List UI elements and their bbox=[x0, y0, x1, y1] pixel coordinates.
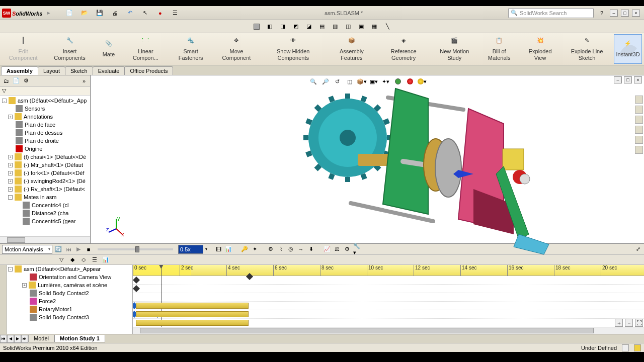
fm-tab-property-icon[interactable]: 📄 bbox=[12, 77, 20, 85]
ribbon-insert-components[interactable]: 🔧Insert Components bbox=[45, 34, 94, 64]
tree-item[interactable]: +(f) chasi<1> (Défaut<<Dé bbox=[1, 153, 89, 161]
study-type-dropdown[interactable]: Motion Analysis bbox=[2, 245, 52, 254]
tree-item[interactable]: -asm (Défaut<<Défaut>_App bbox=[1, 97, 89, 105]
tree-item[interactable]: Concentric4 (cl bbox=[1, 201, 89, 209]
tree-item[interactable]: +(-) swingingRod2<1> (Dé bbox=[1, 177, 89, 185]
ribbon-exploded-view[interactable]: 💥Exploded View bbox=[520, 34, 560, 64]
status-edit-icon[interactable] bbox=[622, 344, 629, 351]
tab-sketch[interactable]: Sketch bbox=[65, 66, 93, 75]
options-icon[interactable]: ☰ bbox=[171, 9, 179, 17]
tree-toggle[interactable]: + bbox=[8, 155, 13, 159]
view-line-icon[interactable]: ╲ bbox=[382, 22, 392, 32]
tree-item[interactable]: +(-) Rv_shaft<1> (Défaut< bbox=[1, 185, 89, 193]
maximize-button[interactable]: □ bbox=[621, 10, 629, 17]
play-from-start-icon[interactable]: ⏮ bbox=[64, 245, 72, 253]
rebuild-icon[interactable]: ● bbox=[156, 9, 164, 17]
ribbon-mate[interactable]: 📎Mate bbox=[95, 34, 122, 64]
spring-icon[interactable]: ⌇ bbox=[277, 245, 285, 253]
tree-toggle[interactable]: + bbox=[8, 163, 13, 167]
print-icon[interactable]: 🖨 bbox=[111, 9, 119, 17]
ribbon-linear-pattern[interactable]: ⋮⋮Linear Compon... bbox=[123, 34, 168, 64]
ribbon-edit-component[interactable]: Edit Component bbox=[2, 34, 44, 64]
zoom-in-timeline-icon[interactable]: ＋ bbox=[615, 319, 623, 327]
zoom-fit-timeline-icon[interactable]: ⛶ bbox=[635, 319, 643, 327]
tree-item[interactable]: Distance2 (cha bbox=[1, 209, 89, 217]
tree-item[interactable]: Plan de face bbox=[1, 121, 89, 129]
tree-toggle[interactable]: - bbox=[8, 195, 13, 200]
view-iso3-icon[interactable]: ◩ bbox=[291, 22, 301, 32]
playback-speed-input[interactable]: 0.5x bbox=[178, 245, 203, 254]
ribbon-move-component[interactable]: ✥Move Component bbox=[213, 34, 259, 64]
contact-icon[interactable]: ◎ bbox=[287, 245, 295, 253]
ribbon-reference-geometry[interactable]: ◈Reference Geometry bbox=[377, 34, 430, 64]
zoom-out-timeline-icon[interactable]: － bbox=[625, 319, 633, 327]
tree-item[interactable]: Origine bbox=[1, 145, 89, 153]
filter-driven-icon[interactable]: ◇ bbox=[79, 256, 88, 264]
stop-icon[interactable]: ■ bbox=[85, 245, 93, 253]
motion-timeline[interactable]: 0 sec2 sec4 sec6 sec8 sec10 sec12 sec14 … bbox=[133, 265, 644, 334]
fm-hscroll[interactable] bbox=[0, 236, 90, 243]
tree-toggle[interactable]: + bbox=[8, 171, 13, 175]
tree-toggle[interactable]: + bbox=[22, 283, 27, 288]
tab-last-button[interactable]: ⏭ bbox=[21, 335, 28, 343]
motion-tree-item[interactable]: RotaryMotor1 bbox=[7, 305, 132, 313]
filter-selected-icon[interactable]: ☰ bbox=[91, 256, 99, 264]
taskpane-appearance-icon[interactable] bbox=[635, 136, 643, 144]
view-cube-icon[interactable]: ▣ bbox=[356, 22, 366, 32]
calculate-icon[interactable]: 🔄 bbox=[54, 245, 62, 253]
select-icon[interactable]: ↖ bbox=[141, 9, 149, 17]
view-iso1-icon[interactable]: ◧ bbox=[265, 22, 275, 32]
tree-toggle[interactable]: + bbox=[8, 187, 13, 192]
view-top-icon[interactable]: ▤ bbox=[317, 22, 327, 32]
view-close-button[interactable]: × bbox=[634, 76, 642, 83]
playback-slider[interactable] bbox=[98, 248, 173, 250]
view-iso4-icon[interactable]: ◪ bbox=[304, 22, 314, 32]
tab-prev-button[interactable]: ◀ bbox=[7, 335, 14, 343]
motion-collapse-icon[interactable]: ⤢ bbox=[634, 245, 642, 253]
fm-tab-config-icon[interactable]: ⚙ bbox=[22, 77, 30, 85]
view-minimize-button[interactable]: – bbox=[614, 76, 622, 83]
save-icon[interactable]: 💾 bbox=[96, 9, 104, 17]
fm-tab-feature-icon[interactable]: 🗂 bbox=[2, 77, 10, 85]
view-front-icon[interactable] bbox=[252, 22, 262, 32]
addkey-icon[interactable]: ✦ bbox=[251, 245, 259, 253]
autokey-icon[interactable]: 🔑 bbox=[240, 245, 249, 253]
tree-item[interactable]: Sensors bbox=[1, 105, 89, 113]
ribbon-bom[interactable]: 📋Bill of Materials bbox=[479, 34, 519, 64]
save-anim-icon[interactable]: 🎞 bbox=[214, 245, 222, 253]
tree-item[interactable]: Concentric5 (gear bbox=[1, 217, 89, 225]
bottom-tab-motion-study-1[interactable]: Motion Study 1 bbox=[54, 335, 105, 342]
ribbon-new-motion-study[interactable]: 🎬New Motion Study bbox=[431, 34, 478, 64]
taskpane-search-icon[interactable] bbox=[635, 126, 643, 134]
tree-toggle[interactable]: - bbox=[8, 267, 13, 272]
tree-toggle[interactable]: + bbox=[8, 115, 13, 119]
undo-icon[interactable]: ↶ bbox=[126, 9, 134, 17]
filter-anim-icon[interactable]: ▽ bbox=[57, 256, 65, 264]
motion-tree-item[interactable]: Solid Body Contact3 bbox=[7, 313, 132, 321]
open-file-icon[interactable]: 📂 bbox=[80, 9, 89, 17]
close-button[interactable]: × bbox=[632, 10, 640, 17]
graphics-viewport[interactable]: – □ × 🔍 🔎 ↺ ◫ 📦▾ ▣▾ ✦▾ ▾ bbox=[91, 75, 644, 243]
search-input[interactable]: 🔍 SolidWorks Search bbox=[508, 8, 594, 18]
taskpane-custom-icon[interactable] bbox=[635, 146, 643, 154]
motion-tree-item[interactable]: +Lumières, caméras et scène bbox=[7, 281, 132, 289]
status-rebuild-icon[interactable] bbox=[634, 344, 641, 351]
fm-collapse-icon[interactable]: » bbox=[80, 77, 88, 85]
view-iso2-icon[interactable]: ◨ bbox=[278, 22, 288, 32]
play-icon[interactable]: ▶ bbox=[74, 245, 83, 253]
taskpane-resources-icon[interactable] bbox=[635, 96, 643, 104]
help-icon[interactable]: ? bbox=[598, 9, 606, 17]
timeline-hscroll[interactable] bbox=[133, 327, 644, 334]
minimize-button[interactable]: – bbox=[610, 10, 618, 17]
ribbon-explode-line-sketch[interactable]: ✎Explode Line Sketch bbox=[561, 34, 613, 64]
tree-item[interactable]: +Annotations bbox=[1, 113, 89, 121]
ribbon-smart-fasteners[interactable]: 🔩Smart Fasteners bbox=[169, 34, 212, 64]
filter-driving-icon[interactable]: ◆ bbox=[68, 256, 76, 264]
ribbon-show-hidden[interactable]: 👁Show Hidden Components bbox=[261, 34, 326, 64]
tab-next-button[interactable]: ▶ bbox=[14, 335, 21, 343]
motion-side-handle[interactable] bbox=[0, 265, 7, 334]
view-side-icon[interactable]: ▥ bbox=[330, 22, 340, 32]
time-ruler[interactable]: 0 sec2 sec4 sec6 sec8 sec10 sec12 sec14 … bbox=[133, 265, 644, 276]
anim-wizard-icon[interactable]: 📊 bbox=[224, 245, 232, 253]
motor-icon[interactable]: ⚙ bbox=[267, 245, 275, 253]
